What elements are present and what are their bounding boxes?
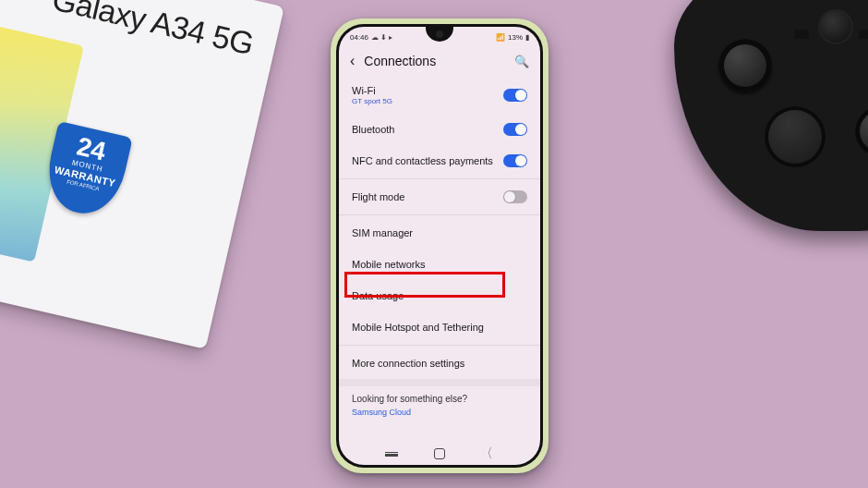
settings-list[interactable]: Wi-Fi GT sport 5G Bluetooth NFC and cont… <box>339 77 540 443</box>
bluetooth-toggle[interactable] <box>503 123 527 136</box>
phone: 04:46 ☁ ⬇ ▸ 📶 13% ▮ ‹ Connections 🔍 Wi-F… <box>331 18 549 473</box>
dpad <box>765 106 826 167</box>
page-title: Connections <box>364 54 505 68</box>
row-nfc[interactable]: NFC and contactless payments <box>339 145 540 177</box>
left-stick <box>718 39 772 92</box>
front-camera <box>436 30 443 38</box>
view-button <box>794 30 809 39</box>
menu-button <box>859 30 868 39</box>
product-box: Galaxy A34 5G 24 MONTH WARRANTY FOR AFRI… <box>0 0 284 349</box>
bluetooth-label: Bluetooth <box>352 124 394 135</box>
footer-prompt: Looking for something else? <box>339 386 540 404</box>
battery-icon: ▮ <box>525 33 529 42</box>
row-hotspot[interactable]: Mobile Hotspot and Tethering <box>339 311 540 343</box>
sim-manager-label: SIM manager <box>352 227 413 238</box>
mobile-networks-label: Mobile networks <box>352 259 425 270</box>
signal-icon: 📶 <box>496 33 505 42</box>
game-controller: Y B X A <box>674 0 868 231</box>
status-left: 04:46 ☁ ⬇ ▸ <box>350 33 392 42</box>
section-divider <box>339 379 540 386</box>
data-usage-label: Data usage <box>352 290 404 301</box>
row-mobile-networks[interactable]: Mobile networks <box>339 249 540 280</box>
nav-back-icon[interactable]: 〈 <box>483 445 493 462</box>
phone-screen: 04:46 ☁ ⬇ ▸ 📶 13% ▮ ‹ Connections 🔍 Wi-F… <box>339 27 540 465</box>
row-data-usage[interactable]: Data usage <box>339 280 540 311</box>
row-sim-manager[interactable]: SIM manager <box>339 217 540 249</box>
hotspot-label: Mobile Hotspot and Tethering <box>352 322 484 333</box>
status-icons-left: ☁ ⬇ ▸ <box>371 33 392 42</box>
nfc-toggle[interactable] <box>503 154 527 167</box>
more-settings-label: More connection settings <box>352 358 464 369</box>
divider <box>339 214 540 215</box>
wifi-label: Wi-Fi <box>352 85 392 96</box>
guide-button <box>818 9 853 44</box>
phone-frame: 04:46 ☁ ⬇ ▸ 📶 13% ▮ ‹ Connections 🔍 Wi-F… <box>336 24 543 468</box>
app-header: ‹ Connections 🔍 <box>339 45 540 77</box>
wifi-network: GT sport 5G <box>352 97 392 105</box>
flight-mode-label: Flight mode <box>352 191 404 202</box>
divider <box>339 345 540 346</box>
battery-percent: 13% <box>508 33 523 42</box>
wifi-toggle[interactable] <box>503 89 527 102</box>
row-flight-mode[interactable]: Flight mode <box>339 181 540 213</box>
navigation-bar: 〈 <box>339 443 540 465</box>
divider <box>339 178 540 179</box>
row-more-settings[interactable]: More connection settings <box>339 348 540 379</box>
nav-recents-icon[interactable] <box>385 452 398 457</box>
search-icon[interactable]: 🔍 <box>514 55 529 68</box>
row-bluetooth[interactable]: Bluetooth <box>339 114 540 145</box>
flight-mode-toggle[interactable] <box>503 190 527 203</box>
nfc-label: NFC and contactless payments <box>352 155 493 166</box>
back-button[interactable]: ‹ <box>350 54 355 68</box>
status-time: 04:46 <box>350 33 368 42</box>
nav-home-icon[interactable] <box>434 448 445 459</box>
footer-link-samsung-cloud[interactable]: Samsung Cloud <box>339 404 540 417</box>
status-right: 📶 13% ▮ <box>496 33 529 42</box>
row-wifi[interactable]: Wi-Fi GT sport 5G <box>339 77 540 114</box>
